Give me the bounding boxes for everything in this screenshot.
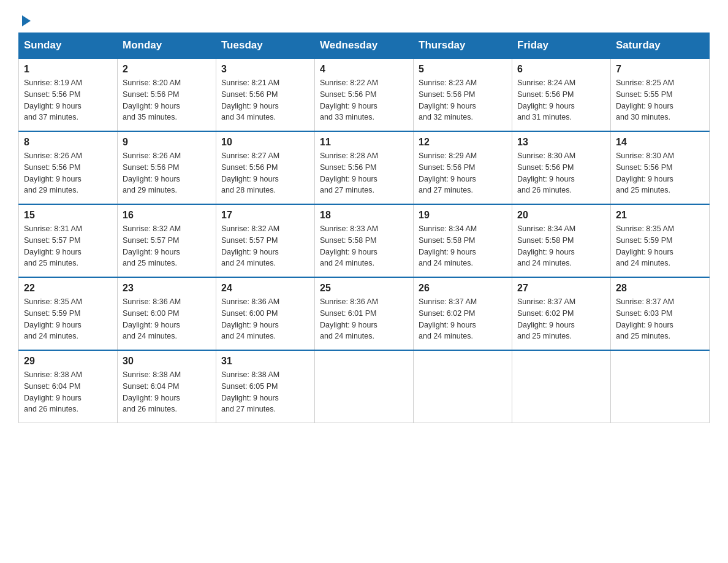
day-info: Sunrise: 8:30 AM Sunset: 5:56 PM Dayligh… — [616, 150, 704, 196]
day-info: Sunrise: 8:36 AM Sunset: 6:00 PM Dayligh… — [221, 296, 309, 342]
day-info: Sunrise: 8:38 AM Sunset: 6:05 PM Dayligh… — [221, 369, 309, 415]
day-number: 11 — [320, 137, 408, 148]
calendar-cell: 1 Sunrise: 8:19 AM Sunset: 5:56 PM Dayli… — [19, 58, 118, 131]
day-number: 30 — [123, 356, 211, 367]
calendar-header-friday: Friday — [512, 33, 611, 59]
calendar-cell: 18 Sunrise: 8:33 AM Sunset: 5:58 PM Dayl… — [315, 204, 414, 277]
day-info: Sunrise: 8:25 AM Sunset: 5:55 PM Dayligh… — [616, 77, 704, 123]
calendar-cell: 24 Sunrise: 8:36 AM Sunset: 6:00 PM Dayl… — [216, 277, 315, 350]
day-number: 12 — [419, 137, 507, 148]
calendar-header-row: SundayMondayTuesdayWednesdayThursdayFrid… — [19, 33, 710, 59]
calendar-week-row: 1 Sunrise: 8:19 AM Sunset: 5:56 PM Dayli… — [19, 58, 710, 131]
calendar-header-saturday: Saturday — [611, 33, 710, 59]
calendar-cell: 21 Sunrise: 8:35 AM Sunset: 5:59 PM Dayl… — [611, 204, 710, 277]
day-number: 13 — [517, 137, 605, 148]
calendar-cell — [512, 350, 611, 423]
calendar-cell: 8 Sunrise: 8:26 AM Sunset: 5:56 PM Dayli… — [19, 131, 118, 204]
day-info: Sunrise: 8:34 AM Sunset: 5:58 PM Dayligh… — [517, 223, 605, 269]
calendar-cell: 2 Sunrise: 8:20 AM Sunset: 5:56 PM Dayli… — [118, 58, 216, 131]
calendar-cell: 30 Sunrise: 8:38 AM Sunset: 6:04 PM Dayl… — [118, 350, 216, 423]
day-number: 26 — [419, 283, 507, 294]
day-info: Sunrise: 8:26 AM Sunset: 5:56 PM Dayligh… — [123, 150, 211, 196]
day-info: Sunrise: 8:20 AM Sunset: 5:56 PM Dayligh… — [123, 77, 211, 123]
day-number: 21 — [616, 210, 704, 221]
calendar-cell — [414, 350, 512, 423]
day-info: Sunrise: 8:36 AM Sunset: 6:00 PM Dayligh… — [123, 296, 211, 342]
day-number: 20 — [517, 210, 605, 221]
calendar-cell: 25 Sunrise: 8:36 AM Sunset: 6:01 PM Dayl… — [315, 277, 414, 350]
day-number: 4 — [320, 64, 408, 75]
day-info: Sunrise: 8:26 AM Sunset: 5:56 PM Dayligh… — [24, 150, 112, 196]
calendar-cell: 6 Sunrise: 8:24 AM Sunset: 5:56 PM Dayli… — [512, 58, 611, 131]
calendar-cell: 13 Sunrise: 8:30 AM Sunset: 5:56 PM Dayl… — [512, 131, 611, 204]
day-info: Sunrise: 8:38 AM Sunset: 6:04 PM Dayligh… — [123, 369, 211, 415]
calendar-header-wednesday: Wednesday — [315, 33, 414, 59]
calendar-cell: 28 Sunrise: 8:37 AM Sunset: 6:03 PM Dayl… — [611, 277, 710, 350]
calendar-cell: 31 Sunrise: 8:38 AM Sunset: 6:05 PM Dayl… — [216, 350, 315, 423]
logo — [18, 12, 31, 26]
calendar-cell: 27 Sunrise: 8:37 AM Sunset: 6:02 PM Dayl… — [512, 277, 611, 350]
day-info: Sunrise: 8:28 AM Sunset: 5:56 PM Dayligh… — [320, 150, 408, 196]
day-number: 16 — [123, 210, 211, 221]
calendar-cell: 9 Sunrise: 8:26 AM Sunset: 5:56 PM Dayli… — [118, 131, 216, 204]
calendar-header-tuesday: Tuesday — [216, 33, 315, 59]
calendar-cell: 5 Sunrise: 8:23 AM Sunset: 5:56 PM Dayli… — [414, 58, 512, 131]
calendar-cell: 22 Sunrise: 8:35 AM Sunset: 5:59 PM Dayl… — [19, 277, 118, 350]
day-info: Sunrise: 8:37 AM Sunset: 6:02 PM Dayligh… — [517, 296, 605, 342]
day-number: 24 — [221, 283, 309, 294]
day-number: 9 — [123, 137, 211, 148]
calendar-header-sunday: Sunday — [19, 33, 118, 59]
calendar-header-thursday: Thursday — [414, 33, 512, 59]
calendar-week-row: 8 Sunrise: 8:26 AM Sunset: 5:56 PM Dayli… — [19, 131, 710, 204]
day-info: Sunrise: 8:23 AM Sunset: 5:56 PM Dayligh… — [419, 77, 507, 123]
day-number: 18 — [320, 210, 408, 221]
day-number: 7 — [616, 64, 704, 75]
day-number: 10 — [221, 137, 309, 148]
calendar-cell: 16 Sunrise: 8:32 AM Sunset: 5:57 PM Dayl… — [118, 204, 216, 277]
day-number: 14 — [616, 137, 704, 148]
day-info: Sunrise: 8:21 AM Sunset: 5:56 PM Dayligh… — [221, 77, 309, 123]
day-info: Sunrise: 8:37 AM Sunset: 6:02 PM Dayligh… — [419, 296, 507, 342]
calendar-cell — [315, 350, 414, 423]
day-info: Sunrise: 8:34 AM Sunset: 5:58 PM Dayligh… — [419, 223, 507, 269]
calendar-week-row: 29 Sunrise: 8:38 AM Sunset: 6:04 PM Dayl… — [19, 350, 710, 423]
day-info: Sunrise: 8:35 AM Sunset: 5:59 PM Dayligh… — [616, 223, 704, 269]
day-info: Sunrise: 8:24 AM Sunset: 5:56 PM Dayligh… — [517, 77, 605, 123]
day-info: Sunrise: 8:36 AM Sunset: 6:01 PM Dayligh… — [320, 296, 408, 342]
calendar-cell: 10 Sunrise: 8:27 AM Sunset: 5:56 PM Dayl… — [216, 131, 315, 204]
calendar-header-monday: Monday — [118, 33, 216, 59]
day-info: Sunrise: 8:33 AM Sunset: 5:58 PM Dayligh… — [320, 223, 408, 269]
calendar-week-row: 22 Sunrise: 8:35 AM Sunset: 5:59 PM Dayl… — [19, 277, 710, 350]
calendar-cell: 4 Sunrise: 8:22 AM Sunset: 5:56 PM Dayli… — [315, 58, 414, 131]
calendar-cell: 20 Sunrise: 8:34 AM Sunset: 5:58 PM Dayl… — [512, 204, 611, 277]
day-number: 29 — [24, 356, 112, 367]
day-number: 6 — [517, 64, 605, 75]
calendar-cell: 12 Sunrise: 8:29 AM Sunset: 5:56 PM Dayl… — [414, 131, 512, 204]
day-info: Sunrise: 8:22 AM Sunset: 5:56 PM Dayligh… — [320, 77, 408, 123]
logo-blue-text — [18, 15, 31, 26]
day-number: 15 — [24, 210, 112, 221]
day-number: 5 — [419, 64, 507, 75]
day-number: 19 — [419, 210, 507, 221]
page-header — [18, 12, 710, 26]
calendar-cell: 23 Sunrise: 8:36 AM Sunset: 6:00 PM Dayl… — [118, 277, 216, 350]
day-number: 3 — [221, 64, 309, 75]
day-number: 8 — [24, 137, 112, 148]
calendar-cell: 11 Sunrise: 8:28 AM Sunset: 5:56 PM Dayl… — [315, 131, 414, 204]
day-number: 2 — [123, 64, 211, 75]
calendar-cell: 17 Sunrise: 8:32 AM Sunset: 5:57 PM Dayl… — [216, 204, 315, 277]
day-number: 17 — [221, 210, 309, 221]
day-number: 22 — [24, 283, 112, 294]
day-info: Sunrise: 8:29 AM Sunset: 5:56 PM Dayligh… — [419, 150, 507, 196]
day-info: Sunrise: 8:37 AM Sunset: 6:03 PM Dayligh… — [616, 296, 704, 342]
day-number: 25 — [320, 283, 408, 294]
day-info: Sunrise: 8:27 AM Sunset: 5:56 PM Dayligh… — [221, 150, 309, 196]
day-number: 23 — [123, 283, 211, 294]
day-number: 31 — [221, 356, 309, 367]
day-number: 1 — [24, 64, 112, 75]
calendar-cell — [611, 350, 710, 423]
day-info: Sunrise: 8:32 AM Sunset: 5:57 PM Dayligh… — [221, 223, 309, 269]
calendar-table: SundayMondayTuesdayWednesdayThursdayFrid… — [18, 33, 710, 423]
day-info: Sunrise: 8:35 AM Sunset: 5:59 PM Dayligh… — [24, 296, 112, 342]
calendar-week-row: 15 Sunrise: 8:31 AM Sunset: 5:57 PM Dayl… — [19, 204, 710, 277]
